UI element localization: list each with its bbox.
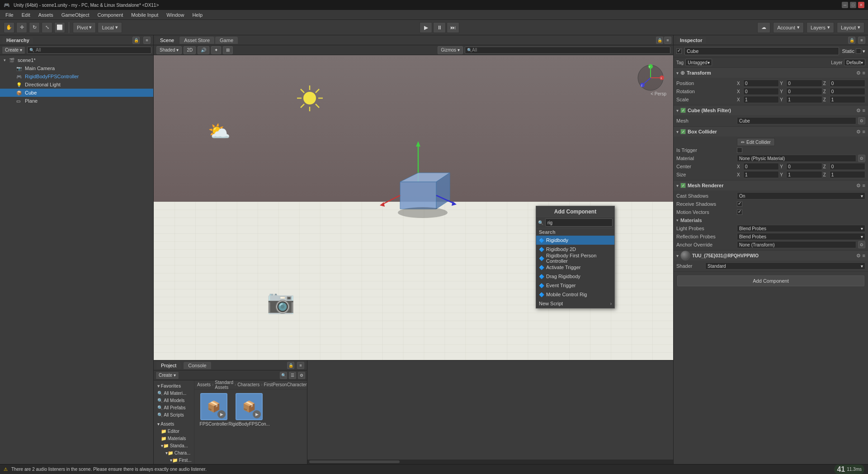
tool-rect[interactable]: ⬜ <box>54 22 65 33</box>
center-y-input[interactable]: 0 <box>786 163 822 170</box>
asset-fps-play-overlay[interactable]: ▶ <box>217 410 226 418</box>
add-component-button[interactable]: Add Component <box>677 275 864 286</box>
pos-y-input[interactable]: 0 <box>786 80 822 87</box>
cast-shadows-value[interactable]: On ▾ <box>737 192 865 199</box>
assets-editor[interactable]: 📁 Editor <box>156 427 192 435</box>
menu-help[interactable]: Help <box>189 11 206 19</box>
fav-all-models[interactable]: 🔍 All Models <box>156 397 192 404</box>
object-active-checkbox[interactable] <box>676 48 682 54</box>
shading-dropdown[interactable]: Shaded ▾ <box>156 46 182 54</box>
2d-button[interactable]: 2D <box>184 46 196 54</box>
hierarchy-create-btn[interactable]: Create ▾ <box>2 46 25 54</box>
menu-edit[interactable]: Edit <box>18 11 34 19</box>
transform-header[interactable]: ▾ ⊕ Transform ⚙ ≡ <box>674 68 868 78</box>
tool-rotate[interactable]: ↻ <box>29 22 40 33</box>
scale-y-input[interactable]: 1 <box>786 96 822 103</box>
tab-project[interactable]: Project <box>156 362 181 369</box>
tab-game[interactable]: Game <box>215 37 238 44</box>
cloud-button[interactable]: ☁ <box>757 22 770 33</box>
tool-move[interactable]: ✛ <box>16 22 27 33</box>
hierarchy-item-camera[interactable]: 📷 Main Camera <box>0 64 153 72</box>
transform-gear[interactable]: ⚙ <box>856 70 861 76</box>
hierarchy-item-directional-light[interactable]: 💡 Directional Light <box>0 81 153 89</box>
material-menu[interactable]: ≡ <box>863 253 865 258</box>
hierarchy-item-cube[interactable]: 📦 Cube <box>0 89 153 97</box>
close-button[interactable]: ✕ <box>858 2 864 8</box>
box-collider-checkbox[interactable]: ✓ <box>680 129 686 134</box>
bottom-scrollbar-thumb[interactable] <box>309 460 400 463</box>
center-x-input[interactable]: 0 <box>743 163 779 170</box>
menu-gameobject[interactable]: GameObject <box>58 11 93 19</box>
asset-fps-controller[interactable]: 📦 ▶ FPSController <box>198 393 230 427</box>
motion-vectors-checkbox[interactable] <box>737 209 742 215</box>
menu-assets[interactable]: Assets <box>35 11 57 19</box>
comp-item-event-trigger[interactable]: 🔷 Event Trigger <box>536 281 614 290</box>
menu-window[interactable]: Window <box>163 11 188 19</box>
scale-x-input[interactable]: 1 <box>743 96 779 103</box>
menu-mobile-input[interactable]: Mobile Input <box>127 11 162 19</box>
mesh-filter-header[interactable]: ▾ ✓ Cube (Mesh Filter) ⚙ ≡ <box>674 105 868 115</box>
inspector-lock[interactable]: 🔒 <box>848 37 855 44</box>
assets-first[interactable]: ▾📁 First... <box>156 456 192 464</box>
menu-file[interactable]: File <box>2 11 17 19</box>
scale-z-input[interactable]: 1 <box>830 96 865 103</box>
layer-dropdown[interactable]: Default ▾ <box>844 59 865 66</box>
resolution-button[interactable]: ⊞ <box>223 46 233 54</box>
rot-x-input[interactable]: 0 <box>743 88 779 95</box>
size-y-input[interactable]: 1 <box>786 171 822 178</box>
gizmos-button[interactable]: Gizmos ▾ <box>438 46 463 54</box>
mesh-renderer-checkbox[interactable]: ✓ <box>680 183 686 188</box>
center-z-input[interactable]: 0 <box>830 163 865 170</box>
anchor-override-value[interactable]: None (Transform) <box>737 241 856 248</box>
size-z-input[interactable]: 1 <box>830 171 865 178</box>
material-header[interactable]: ▾ TUU_{75E}031@RPQHVPPWIO ⚙ ≡ <box>674 251 868 261</box>
rot-z-input[interactable]: 0 <box>830 88 865 95</box>
effects-button[interactable]: ✦ <box>211 46 221 54</box>
mesh-value[interactable]: Cube <box>737 117 856 124</box>
reflection-probes-value[interactable]: Blend Probes ▾ <box>737 233 865 240</box>
assets-materials[interactable]: 📁 Materials <box>156 435 192 442</box>
project-more[interactable]: ≡ <box>297 362 304 369</box>
inspector-tab[interactable]: Inspector <box>676 37 706 44</box>
pause-button[interactable]: ⏸ <box>433 22 446 33</box>
account-button[interactable]: Account ▾ <box>773 22 804 33</box>
static-dropdown[interactable]: ▾ <box>863 48 865 54</box>
comp-item-rigidbody2d[interactable]: 🔷 Rigidbody 2D <box>536 245 614 254</box>
dropdown-search-input[interactable]: rig <box>545 218 613 227</box>
minimize-button[interactable]: ─ <box>842 2 848 8</box>
edit-collider-button[interactable]: ✏ Edit Collider <box>737 138 775 146</box>
bc-fps[interactable]: FirstPersonCharacter <box>264 382 307 387</box>
layout-button[interactable]: Layout ▾ <box>837 22 864 33</box>
project-search-icon[interactable]: 🔍 <box>280 372 287 379</box>
hierarchy-lock[interactable]: 🔒 <box>132 37 140 44</box>
project-lock[interactable]: 🔒 <box>287 362 294 369</box>
box-collider-gear[interactable]: ⚙ <box>856 129 861 135</box>
collider-material-value[interactable]: None (Physic Material) <box>737 155 856 162</box>
mesh-renderer-gear[interactable]: ⚙ <box>856 183 861 189</box>
project-settings-icon[interactable]: ⚙ <box>298 372 305 379</box>
is-trigger-checkbox[interactable] <box>737 147 742 153</box>
box-collider-header[interactable]: ▾ ✓ Box Collider ⚙ ≡ <box>674 127 868 137</box>
hierarchy-item-scene[interactable]: ▾ 🎬 scene1* <box>0 56 153 64</box>
comp-item-mobile-rig[interactable]: 🔷 Mobile Control Rig <box>536 290 614 299</box>
mesh-filter-gear[interactable]: ⚙ <box>856 108 861 114</box>
collider-material-select[interactable]: ⊙ <box>858 155 865 162</box>
tab-console[interactable]: Console <box>184 362 211 369</box>
object-name-input[interactable] <box>684 47 839 55</box>
comp-item-activate-trigger[interactable]: 🔷 Activate Trigger <box>536 263 614 272</box>
audio-button[interactable]: 🔊 <box>198 46 209 54</box>
mesh-filter-menu[interactable]: ≡ <box>863 108 865 113</box>
shader-value[interactable]: Standard ▾ <box>705 262 865 270</box>
play-button[interactable]: ▶ <box>420 22 432 33</box>
layers-button[interactable]: Layers ▾ <box>807 22 834 33</box>
material-gear[interactable]: ⚙ <box>856 253 861 259</box>
hierarchy-item-rigidbody-fps[interactable]: 🎮 RigidBodyFPSController <box>0 72 153 81</box>
assets-au[interactable]: 📁 Au... <box>156 464 192 464</box>
assets-charac[interactable]: ▾📁 Chara... <box>156 449 192 456</box>
mesh-renderer-header[interactable]: ▾ ✓ Mesh Renderer ⚙ ≡ <box>674 180 868 190</box>
hierarchy-tab[interactable]: Hierarchy <box>3 37 33 44</box>
receive-shadows-checkbox[interactable] <box>737 201 742 207</box>
rot-y-input[interactable]: 0 <box>786 88 822 95</box>
fav-all-scripts[interactable]: 🔍 All Scripts <box>156 411 192 418</box>
comp-item-drag-rigidbody[interactable]: 🔷 Drag Rigidbody <box>536 272 614 281</box>
